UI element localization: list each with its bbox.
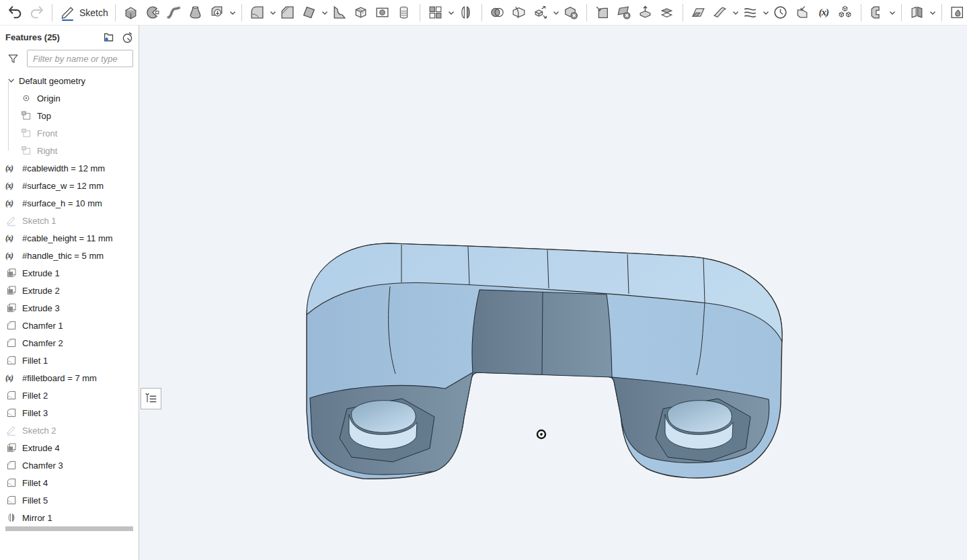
thread-button[interactable]: [394, 2, 414, 24]
redo-button[interactable]: [26, 2, 46, 24]
rib-button[interactable]: [330, 2, 350, 24]
draft-dropdown-chevron[interactable]: [321, 9, 329, 16]
thicken-button[interactable]: [207, 2, 227, 24]
sheet-metal-button[interactable]: [867, 2, 887, 24]
toolbar-group: [947, 2, 967, 24]
timer-button[interactable]: [771, 2, 791, 24]
filter-input[interactable]: [27, 50, 133, 67]
feature-list-toggle-button[interactable]: [141, 388, 161, 409]
variable-button[interactable]: (x): [814, 2, 834, 24]
appearance-button[interactable]: [947, 2, 967, 24]
helix-button[interactable]: [740, 2, 761, 24]
linear-pattern-dropdown-chevron[interactable]: [447, 9, 455, 16]
origin-bullseye-icon[interactable]: [537, 430, 545, 438]
derived-icon: [794, 4, 810, 21]
toolbar-group: [247, 2, 415, 24]
undo-icon: [7, 4, 24, 21]
feature-item-top[interactable]: Top: [0, 107, 139, 124]
helix-dropdown-chevron[interactable]: [762, 9, 770, 16]
feature-item-origin[interactable]: Origin: [0, 89, 139, 107]
feature-label: Top: [37, 111, 51, 121]
feature-item-sketch-2[interactable]: Sketch 2: [0, 422, 139, 439]
fillet-button[interactable]: [247, 2, 268, 24]
feature-item-surface-w-12-mm[interactable]: (x)#surface_w = 12 mm: [0, 177, 139, 194]
feature-label: Mirror 1: [22, 513, 52, 523]
feature-item-chamfer-1[interactable]: Chamfer 1: [0, 317, 139, 334]
feature-item-fillet-5[interactable]: Fillet 5: [0, 491, 139, 509]
thicken-dropdown-chevron[interactable]: [229, 9, 237, 16]
feature-item-surface-h-10-mm[interactable]: (x)#surface_h = 10 mm: [0, 194, 139, 212]
feature-item-filletboard-7-mm[interactable]: (x)#filletboard = 7 mm: [0, 369, 139, 387]
variable-icon: (x): [5, 233, 19, 243]
feature-item-sketch-1[interactable]: Sketch 1: [0, 212, 139, 229]
composite-button[interactable]: [835, 2, 855, 24]
surface-icon: [711, 4, 728, 21]
feature-item-fillet-3[interactable]: Fillet 3: [0, 404, 139, 422]
tree-guide-line: [8, 81, 9, 151]
chevron-down-icon[interactable]: [5, 75, 17, 87]
feature-label: Extrude 2: [22, 286, 60, 296]
draft-button[interactable]: [299, 2, 319, 24]
feature-item-extrude-3[interactable]: Extrude 3: [0, 299, 139, 317]
feature-item-extrude-2[interactable]: Extrude 2: [0, 282, 139, 299]
rib-icon: [331, 4, 348, 21]
toolbar-divider: [481, 4, 482, 22]
model-3d[interactable]: [139, 26, 967, 560]
panel-horizontal-scrollbar[interactable]: [5, 526, 133, 531]
mirror-part-button[interactable]: [907, 2, 927, 24]
sweep-button[interactable]: [164, 2, 184, 24]
mirror-button[interactable]: [456, 2, 476, 24]
transform-dropdown-chevron[interactable]: [552, 9, 560, 16]
feature-item-chamfer-3[interactable]: Chamfer 3: [0, 456, 139, 474]
sheet-metal-dropdown-chevron[interactable]: [888, 9, 896, 16]
offset-surface-button[interactable]: [657, 2, 677, 24]
filter-funnel-icon[interactable]: [7, 52, 20, 65]
feature-item-fillet-2[interactable]: Fillet 2: [0, 387, 139, 404]
sketch-button[interactable]: Sketch: [58, 2, 110, 24]
feature-label: #surface_h = 10 mm: [22, 198, 102, 208]
loft-button[interactable]: [186, 2, 206, 24]
chamfer-icon: [5, 337, 17, 349]
modify-fillet-button[interactable]: [592, 2, 613, 24]
hole-button[interactable]: [373, 2, 393, 24]
fillet-icon: [249, 4, 266, 21]
extrude-button[interactable]: [121, 2, 141, 24]
surface-button[interactable]: [710, 2, 730, 24]
feature-item-extrude-4[interactable]: Extrude 4: [0, 439, 139, 456]
revolve-button[interactable]: [143, 2, 163, 24]
surface-dropdown-chevron[interactable]: [732, 9, 740, 16]
move-face-button[interactable]: [635, 2, 656, 24]
plane-button[interactable]: [689, 2, 709, 24]
add-folder-icon[interactable]: [101, 30, 115, 44]
feature-item-chamfer-2[interactable]: Chamfer 2: [0, 334, 139, 352]
onshape-part-studio: { "toolbar": { "groups": [ {"items": [ {…: [0, 0, 967, 560]
feature-item-fillet-4[interactable]: Fillet 4: [0, 474, 139, 491]
viewport[interactable]: [139, 26, 967, 560]
undo-button[interactable]: [5, 2, 25, 24]
feature-item-cablewidth-12-mm[interactable]: (x)#cablewidth = 12 mm: [0, 159, 139, 177]
tree-group-default-geometry[interactable]: Default geometry: [0, 72, 139, 89]
derived-button[interactable]: [792, 2, 812, 24]
feature-item-fillet-1[interactable]: Fillet 1: [0, 352, 139, 369]
split-button[interactable]: [509, 2, 529, 24]
feature-item-front[interactable]: Front: [0, 124, 139, 142]
feature-panel: Features (25) Default geometryOriginTopF…: [0, 26, 139, 560]
boolean-button[interactable]: [488, 2, 508, 24]
feature-item-handle-thic-5-mm[interactable]: (x)#handle_thic = 5 mm: [0, 247, 139, 264]
model-right-boss-top[interactable]: [668, 401, 732, 433]
shell-button[interactable]: [351, 2, 371, 24]
transform-button[interactable]: [531, 2, 551, 24]
fillet-dropdown-chevron[interactable]: [269, 9, 277, 16]
rollback-stopwatch-icon[interactable]: [120, 30, 134, 44]
linear-pattern-button[interactable]: [426, 2, 446, 24]
mirror-part-dropdown-chevron[interactable]: [929, 9, 937, 16]
feature-item-mirror-1[interactable]: Mirror 1: [0, 509, 139, 526]
feature-item-cable-height-11-mm[interactable]: (x)#cable_height = 11 mm: [0, 229, 139, 247]
feature-item-right[interactable]: Right: [0, 142, 139, 159]
feature-item-extrude-1[interactable]: Extrude 1: [0, 264, 139, 282]
model-left-boss-top[interactable]: [352, 401, 416, 433]
chamfer-button[interactable]: [278, 2, 298, 24]
delete-part-button[interactable]: [561, 2, 581, 24]
delete-face-button[interactable]: [614, 2, 634, 24]
shell-icon: [352, 4, 369, 21]
